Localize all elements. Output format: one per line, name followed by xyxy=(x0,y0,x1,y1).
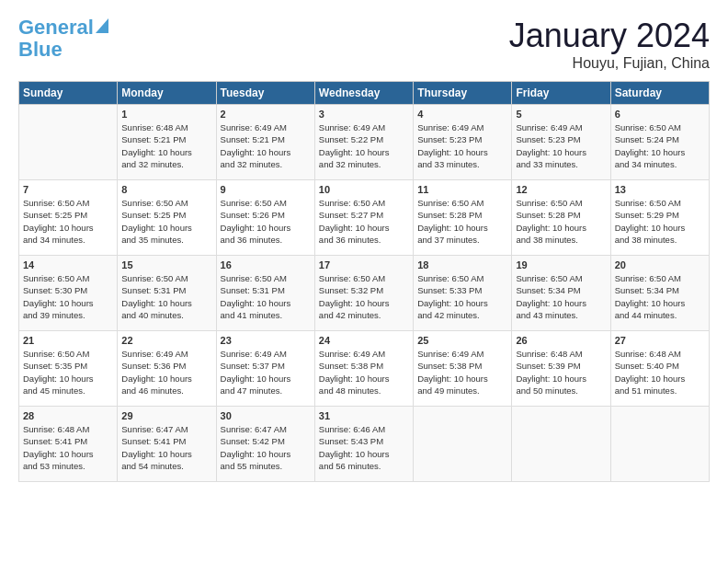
logo-text: General xyxy=(18,17,94,39)
day-cell: 14 Sunrise: 6:50 AM Sunset: 5:30 PM Dayl… xyxy=(19,256,118,331)
sunrise-line: Sunrise: 6:50 AM xyxy=(121,272,211,284)
day-number: 7 xyxy=(23,184,113,195)
sunrise-line: Sunrise: 6:49 AM xyxy=(417,121,507,133)
daylight-minutes: and 46 minutes. xyxy=(121,385,211,396)
day-cell: 31 Sunrise: 6:46 AM Sunset: 5:43 PM Dayl… xyxy=(314,407,413,482)
sunset-line: Sunset: 5:24 PM xyxy=(615,133,705,145)
sunset-line: Sunset: 5:37 PM xyxy=(221,360,311,372)
daylight-label: Daylight: 10 hours xyxy=(615,297,705,309)
sunrise-line: Sunrise: 6:50 AM xyxy=(121,197,211,209)
day-cell: 16 Sunrise: 6:50 AM Sunset: 5:31 PM Dayl… xyxy=(216,256,314,331)
daylight-label: Daylight: 10 hours xyxy=(319,297,409,309)
day-cell: 25 Sunrise: 6:49 AM Sunset: 5:38 PM Dayl… xyxy=(414,331,512,407)
daylight-label: Daylight: 10 hours xyxy=(23,222,113,234)
day-cell: 9 Sunrise: 6:50 AM Sunset: 5:26 PM Dayli… xyxy=(216,180,314,256)
day-cell: 10 Sunrise: 6:50 AM Sunset: 5:27 PM Dayl… xyxy=(314,180,413,256)
header-cell-saturday: Saturday xyxy=(610,82,709,105)
sunrise-line: Sunrise: 6:49 AM xyxy=(417,348,507,360)
sunset-line: Sunset: 5:43 PM xyxy=(319,435,409,447)
daylight-minutes: and 39 minutes. xyxy=(23,309,113,321)
day-number: 16 xyxy=(221,259,311,270)
daylight-minutes: and 36 minutes. xyxy=(319,234,409,246)
sunrise-line: Sunrise: 6:47 AM xyxy=(221,423,311,435)
sunset-line: Sunset: 5:35 PM xyxy=(23,360,113,372)
sunrise-line: Sunrise: 6:49 AM xyxy=(516,121,606,133)
day-number: 19 xyxy=(516,259,606,270)
daylight-minutes: and 42 minutes. xyxy=(319,309,409,321)
daylight-label: Daylight: 10 hours xyxy=(121,146,211,158)
day-number: 13 xyxy=(615,184,705,195)
day-cell: 7 Sunrise: 6:50 AM Sunset: 5:25 PM Dayli… xyxy=(19,180,118,256)
week-row-1: 1 Sunrise: 6:48 AM Sunset: 5:21 PM Dayli… xyxy=(19,105,710,180)
daylight-label: Daylight: 10 hours xyxy=(417,297,507,309)
sunset-line: Sunset: 5:21 PM xyxy=(221,133,311,145)
daylight-minutes: and 33 minutes. xyxy=(516,158,606,170)
daylight-label: Daylight: 10 hours xyxy=(417,146,507,158)
sunset-line: Sunset: 5:32 PM xyxy=(319,284,409,296)
sunset-line: Sunset: 5:36 PM xyxy=(121,360,211,372)
day-cell: 8 Sunrise: 6:50 AM Sunset: 5:25 PM Dayli… xyxy=(118,180,216,256)
day-number: 27 xyxy=(615,335,705,346)
day-cell: 21 Sunrise: 6:50 AM Sunset: 5:35 PM Dayl… xyxy=(19,331,118,407)
sunset-line: Sunset: 5:40 PM xyxy=(615,360,705,372)
week-row-2: 7 Sunrise: 6:50 AM Sunset: 5:25 PM Dayli… xyxy=(19,180,710,256)
day-number: 24 xyxy=(319,335,409,346)
day-cell: 26 Sunrise: 6:48 AM Sunset: 5:39 PM Dayl… xyxy=(512,331,610,407)
daylight-minutes: and 42 minutes. xyxy=(417,309,507,321)
sunrise-line: Sunrise: 6:50 AM xyxy=(23,272,113,284)
sunrise-line: Sunrise: 6:48 AM xyxy=(121,121,211,133)
daylight-minutes: and 56 minutes. xyxy=(319,460,409,472)
daylight-minutes: and 49 minutes. xyxy=(417,385,507,396)
day-cell: 6 Sunrise: 6:50 AM Sunset: 5:24 PM Dayli… xyxy=(610,105,709,180)
sunset-line: Sunset: 5:25 PM xyxy=(23,209,113,221)
daylight-minutes: and 50 minutes. xyxy=(516,385,606,396)
sunrise-line: Sunrise: 6:50 AM xyxy=(23,348,113,360)
daylight-label: Daylight: 10 hours xyxy=(516,222,606,234)
daylight-minutes: and 44 minutes. xyxy=(615,309,705,321)
header-cell-monday: Monday xyxy=(118,82,216,105)
daylight-label: Daylight: 10 hours xyxy=(221,222,311,234)
daylight-minutes: and 33 minutes. xyxy=(417,158,507,170)
week-row-3: 14 Sunrise: 6:50 AM Sunset: 5:30 PM Dayl… xyxy=(19,256,710,331)
day-cell: 18 Sunrise: 6:50 AM Sunset: 5:33 PM Dayl… xyxy=(414,256,512,331)
day-cell: 28 Sunrise: 6:48 AM Sunset: 5:41 PM Dayl… xyxy=(19,407,118,482)
daylight-label: Daylight: 10 hours xyxy=(121,448,211,460)
sunset-line: Sunset: 5:23 PM xyxy=(417,133,507,145)
daylight-minutes: and 55 minutes. xyxy=(221,460,311,472)
sunrise-line: Sunrise: 6:50 AM xyxy=(319,272,409,284)
sunrise-line: Sunrise: 6:50 AM xyxy=(516,197,606,209)
sunrise-line: Sunrise: 6:50 AM xyxy=(319,197,409,209)
sunset-line: Sunset: 5:38 PM xyxy=(417,360,507,372)
header-cell-wednesday: Wednesday xyxy=(314,82,413,105)
sunset-line: Sunset: 5:42 PM xyxy=(221,435,311,447)
daylight-label: Daylight: 10 hours xyxy=(319,373,409,385)
sunset-line: Sunset: 5:26 PM xyxy=(221,209,311,221)
day-number: 18 xyxy=(417,259,507,270)
day-cell xyxy=(610,407,709,482)
sunset-line: Sunset: 5:25 PM xyxy=(121,209,211,221)
day-number: 31 xyxy=(319,410,409,421)
daylight-label: Daylight: 10 hours xyxy=(23,297,113,309)
sunrise-line: Sunrise: 6:50 AM xyxy=(417,272,507,284)
sunrise-line: Sunrise: 6:50 AM xyxy=(615,197,705,209)
sunrise-line: Sunrise: 6:49 AM xyxy=(319,121,409,133)
day-cell: 13 Sunrise: 6:50 AM Sunset: 5:29 PM Dayl… xyxy=(610,180,709,256)
sunset-line: Sunset: 5:41 PM xyxy=(23,435,113,447)
day-number: 8 xyxy=(121,184,211,195)
day-number: 14 xyxy=(23,259,113,270)
header-cell-friday: Friday xyxy=(512,82,610,105)
day-cell: 19 Sunrise: 6:50 AM Sunset: 5:34 PM Dayl… xyxy=(512,256,610,331)
day-number: 12 xyxy=(516,184,606,195)
week-row-5: 28 Sunrise: 6:48 AM Sunset: 5:41 PM Dayl… xyxy=(19,407,710,482)
sunset-line: Sunset: 5:31 PM xyxy=(121,284,211,296)
daylight-minutes: and 51 minutes. xyxy=(615,385,705,396)
day-number: 6 xyxy=(615,109,705,120)
daylight-label: Daylight: 10 hours xyxy=(417,222,507,234)
day-number: 4 xyxy=(417,109,507,120)
sunrise-line: Sunrise: 6:50 AM xyxy=(417,197,507,209)
day-cell: 2 Sunrise: 6:49 AM Sunset: 5:21 PM Dayli… xyxy=(216,105,314,180)
day-cell: 1 Sunrise: 6:48 AM Sunset: 5:21 PM Dayli… xyxy=(118,105,216,180)
day-number: 1 xyxy=(121,109,211,120)
day-cell: 3 Sunrise: 6:49 AM Sunset: 5:22 PM Dayli… xyxy=(314,105,413,180)
sunrise-line: Sunrise: 6:48 AM xyxy=(516,348,606,360)
